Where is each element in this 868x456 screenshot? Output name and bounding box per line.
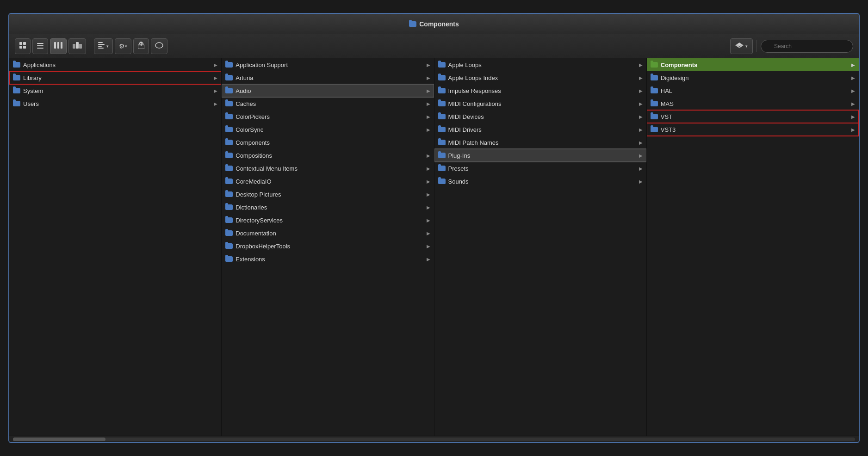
separator-1 xyxy=(90,40,90,52)
list-item[interactable]: Plug-Ins ▶ xyxy=(434,149,646,162)
item-label: ColorPickers xyxy=(236,113,423,120)
chevron-right-icon: ▶ xyxy=(851,101,855,106)
item-label: Components xyxy=(661,62,849,68)
column-4: Components ▶ Digidesign ▶ HAL ▶ MAS ▶ VS… xyxy=(647,58,859,436)
list-item[interactable]: DirectoryServices ▶ xyxy=(222,214,434,227)
item-label: Documentation xyxy=(236,230,423,237)
dropbox-button[interactable]: ▾ xyxy=(730,38,753,54)
list-item[interactable]: MIDI Devices ▶ xyxy=(434,110,646,123)
list-item[interactable]: VST ▶ xyxy=(647,110,859,123)
list-item[interactable]: ColorPickers ▶ xyxy=(222,110,434,123)
list-item[interactable]: HAL ▶ xyxy=(647,84,859,97)
list-item[interactable]: DropboxHelperTools ▶ xyxy=(222,240,434,253)
chevron-right-icon: ▶ xyxy=(427,192,430,197)
list-item[interactable]: Contextual Menu Items ▶ xyxy=(222,162,434,175)
column-view-button[interactable] xyxy=(50,38,67,54)
item-label: VST xyxy=(661,113,849,120)
item-label: Caches xyxy=(236,100,423,107)
list-item[interactable]: Impulse Responses ▶ xyxy=(434,84,646,97)
chevron-right-icon: ▶ xyxy=(851,62,855,68)
icon-view-button[interactable] xyxy=(15,38,31,54)
svg-rect-4 xyxy=(37,43,43,44)
list-item[interactable]: Dictionaries ▶ xyxy=(222,201,434,214)
list-item[interactable]: Presets ▶ xyxy=(434,162,646,175)
svg-rect-10 xyxy=(73,44,75,49)
list-item[interactable]: Components ▶ xyxy=(647,58,859,71)
folder-icon xyxy=(651,75,658,80)
horizontal-scrollbar[interactable] xyxy=(9,436,859,442)
window-title-group: Components xyxy=(409,20,459,28)
folder-icon xyxy=(438,153,446,158)
tag-button[interactable] xyxy=(151,38,167,54)
list-item[interactable]: MAS ▶ xyxy=(647,97,859,110)
list-icon xyxy=(37,43,43,50)
list-item[interactable]: Compositions ▶ xyxy=(222,149,434,162)
list-item[interactable]: Users ▶ xyxy=(9,97,221,110)
action-button[interactable]: ⚙ ▾ xyxy=(115,38,131,54)
chevron-right-icon: ▶ xyxy=(427,153,430,158)
item-label: Application Support xyxy=(236,62,423,68)
list-item[interactable]: MIDI Configurations ▶ xyxy=(434,97,646,110)
folder-icon xyxy=(225,243,233,249)
share-button[interactable] xyxy=(133,38,149,54)
column-2: Application Support ▶ Arturia ▶ Audio ▶ … xyxy=(222,58,434,436)
folder-icon xyxy=(13,88,20,93)
folder-icon xyxy=(651,101,658,106)
arrange-arrow: ▾ xyxy=(106,44,109,49)
arrange-button[interactable]: ▾ xyxy=(94,38,113,54)
folder-icon xyxy=(225,127,233,132)
folder-icon xyxy=(438,179,446,184)
search-input[interactable] xyxy=(761,40,853,53)
list-item[interactable]: Caches ▶ xyxy=(222,97,434,110)
chevron-right-icon: ▶ xyxy=(639,88,643,93)
folder-icon xyxy=(438,62,446,68)
list-item[interactable]: Apple Loops ▶ xyxy=(434,58,646,71)
column-3: Apple Loops ▶ Apple Loops Index ▶ Impuls… xyxy=(434,58,647,436)
item-label: DropboxHelperTools xyxy=(236,243,423,250)
chevron-right-icon: ▶ xyxy=(427,127,430,132)
item-label: Audio xyxy=(236,87,423,94)
list-item[interactable]: Library ▶ xyxy=(9,71,221,84)
chevron-right-icon: ▶ xyxy=(427,205,430,210)
svg-rect-15 xyxy=(98,46,102,47)
scrollbar-thumb[interactable] xyxy=(13,438,105,441)
list-item[interactable]: Extensions ▶ xyxy=(222,253,434,265)
list-item[interactable]: Components xyxy=(222,136,434,149)
list-item[interactable]: System ▶ xyxy=(9,84,221,97)
item-label: Applications xyxy=(23,62,211,68)
list-item[interactable]: Documentation ▶ xyxy=(222,227,434,240)
icon-grid-icon xyxy=(19,42,26,50)
list-item[interactable]: MIDI Patch Names ▶ xyxy=(434,136,646,149)
item-label: System xyxy=(23,87,211,94)
cover-flow-button[interactable] xyxy=(68,38,86,54)
item-label: MIDI Configurations xyxy=(448,100,636,107)
item-label: Desktop Pictures xyxy=(236,191,423,198)
list-item[interactable]: Application Support ▶ xyxy=(222,58,434,71)
list-item[interactable]: Apple Loops Index ▶ xyxy=(434,71,646,84)
list-item[interactable]: Applications ▶ xyxy=(9,58,221,71)
list-item[interactable]: CoreMediaIO ▶ xyxy=(222,175,434,188)
title-folder-icon xyxy=(409,21,416,27)
chevron-right-icon: ▶ xyxy=(639,127,643,132)
folder-icon xyxy=(651,114,658,119)
finder-window: Components xyxy=(8,13,860,443)
chevron-right-icon: ▶ xyxy=(851,75,855,80)
list-item[interactable]: Audio ▶ xyxy=(222,84,434,97)
list-item[interactable]: Arturia ▶ xyxy=(222,71,434,84)
item-label: Impulse Responses xyxy=(448,87,636,94)
item-label: VST3 xyxy=(661,126,849,133)
toolbar: ▾ ⚙ ▾ xyxy=(9,34,859,58)
list-item[interactable]: ColorSync ▶ xyxy=(222,123,434,136)
folder-icon xyxy=(225,204,233,210)
item-label: Contextual Menu Items xyxy=(236,165,423,172)
list-item[interactable]: Digidesign ▶ xyxy=(647,71,859,84)
svg-rect-14 xyxy=(98,44,105,45)
list-view-button[interactable] xyxy=(32,38,48,54)
folder-icon xyxy=(225,62,233,68)
svg-rect-7 xyxy=(54,42,56,49)
item-label: Digidesign xyxy=(661,74,849,81)
list-item[interactable]: Sounds ▶ xyxy=(434,175,646,188)
list-item[interactable]: VST3 ▶ xyxy=(647,123,859,136)
list-item[interactable]: MIDI Drivers ▶ xyxy=(434,123,646,136)
list-item[interactable]: Desktop Pictures ▶ xyxy=(222,188,434,201)
